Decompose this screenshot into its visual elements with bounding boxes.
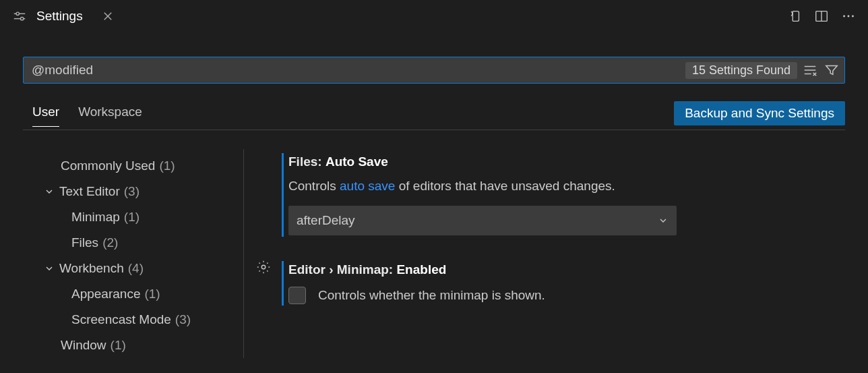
- modified-indicator: [282, 261, 284, 306]
- desc-link[interactable]: auto save: [340, 179, 395, 193]
- sidebar-item-appearance[interactable]: Appearance (1): [23, 281, 243, 307]
- sidebar-item-count: (1): [111, 338, 126, 353]
- sidebar-item-files[interactable]: Files (2): [23, 230, 243, 256]
- minimap-enabled-checkbox[interactable]: [288, 287, 306, 304]
- autosave-select[interactable]: afterDelay: [288, 206, 677, 235]
- close-tab-button[interactable]: [102, 10, 114, 22]
- sidebar-item-label: Text Editor: [59, 184, 120, 199]
- more-actions-icon[interactable]: [841, 9, 856, 24]
- scope-tab-user[interactable]: User: [32, 105, 59, 127]
- clear-search-icon[interactable]: [803, 63, 817, 78]
- sidebar-item-count: (2): [102, 235, 118, 250]
- sidebar-item-label: Window: [61, 338, 106, 353]
- search-row: 15 Settings Found: [23, 57, 845, 84]
- search-input[interactable]: [32, 63, 685, 78]
- setting-name: Enabled: [396, 262, 446, 277]
- settings-content: 15 Settings Found User Workspace Backup …: [0, 32, 868, 358]
- title-actions: [787, 9, 860, 24]
- chevron-down-icon: [658, 215, 669, 226]
- tab-settings[interactable]: Settings: [8, 0, 121, 32]
- setting-minimap-enabled: Editor › Minimap: Enabled Controls wheth…: [257, 257, 845, 318]
- scope-row: User Workspace Backup and Sync Settings: [23, 101, 845, 130]
- sidebar-item-minimap[interactable]: Minimap (1): [23, 204, 243, 230]
- sidebar-item-workbench[interactable]: Workbench (4): [23, 256, 243, 281]
- svg-point-10: [852, 16, 854, 18]
- sidebar-item-count: (1): [124, 210, 140, 225]
- sidebar-item-count: (1): [144, 287, 160, 302]
- svg-point-16: [261, 265, 266, 269]
- sidebar-item-window[interactable]: Window (1): [23, 333, 243, 358]
- tab-label: Settings: [36, 9, 83, 24]
- body-row: Commonly Used (1) Text Editor (3) Minima…: [23, 149, 845, 358]
- svg-point-1: [16, 12, 19, 15]
- settings-sidebar: Commonly Used (1) Text Editor (3) Minima…: [23, 149, 244, 358]
- sidebar-item-text-editor[interactable]: Text Editor (3): [23, 179, 243, 204]
- sidebar-item-label: Screencast Mode: [71, 312, 171, 327]
- gear-icon[interactable]: [256, 260, 271, 275]
- setting-title: Files: Auto Save: [288, 154, 845, 169]
- setting-files-autosave: Files: Auto Save Controls auto save of e…: [257, 149, 845, 249]
- scope-tabs: User Workspace: [32, 105, 142, 127]
- setting-category: Files:: [288, 154, 322, 169]
- setting-description: Controls auto save of editors that have …: [288, 179, 845, 194]
- sidebar-item-count: (3): [124, 184, 140, 199]
- open-json-icon[interactable]: [787, 9, 802, 24]
- chevron-down-icon: [43, 186, 55, 197]
- tab-area: Settings: [8, 0, 121, 32]
- sidebar-item-screencast[interactable]: Screencast Mode (3): [23, 307, 243, 333]
- sidebar-item-count: (3): [175, 312, 191, 327]
- sidebar-item-label: Minimap: [71, 210, 120, 225]
- sidebar-item-label: Appearance: [71, 287, 140, 302]
- sync-settings-button[interactable]: Backup and Sync Settings: [674, 101, 845, 125]
- chevron-down-icon: [43, 263, 55, 274]
- svg-point-9: [848, 16, 850, 18]
- setting-category: Editor › Minimap:: [288, 262, 393, 277]
- setting-description: Controls whether the minimap is shown.: [318, 288, 545, 303]
- desc-text: of editors that have unsaved changes.: [395, 179, 615, 193]
- sidebar-item-count: (4): [128, 261, 144, 276]
- svg-point-8: [843, 16, 845, 18]
- results-count-badge: 15 Settings Found: [685, 62, 797, 79]
- titlebar: Settings: [0, 0, 868, 32]
- settings-sliders-icon: [12, 9, 27, 24]
- sidebar-item-label: Commonly Used: [61, 159, 155, 173]
- setting-name: Auto Save: [326, 154, 388, 169]
- select-value: afterDelay: [297, 213, 355, 228]
- desc-text: Controls: [288, 179, 340, 193]
- sidebar-item-label: Files: [71, 235, 98, 250]
- split-editor-icon[interactable]: [814, 9, 829, 24]
- modified-indicator: [282, 153, 284, 237]
- sidebar-item-commonly-used[interactable]: Commonly Used (1): [23, 153, 243, 179]
- filter-icon[interactable]: [824, 63, 839, 78]
- checkbox-row: Controls whether the minimap is shown.: [288, 287, 845, 304]
- sidebar-item-label: Workbench: [59, 261, 124, 276]
- sidebar-item-count: (1): [159, 159, 175, 173]
- setting-title: Editor › Minimap: Enabled: [288, 262, 845, 277]
- svg-point-3: [20, 17, 23, 20]
- scope-tab-workspace[interactable]: Workspace: [78, 105, 142, 127]
- settings-list: Files: Auto Save Controls auto save of e…: [244, 149, 845, 358]
